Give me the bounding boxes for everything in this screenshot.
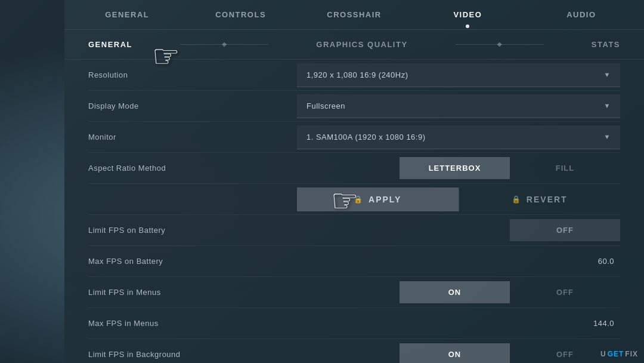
limit-fps-battery-off-btn[interactable]: Off: [510, 219, 620, 241]
aspect-ratio-toggle-group: Letterbox Fill: [400, 157, 620, 179]
max-fps-menus-label: Max FPS in Menus: [88, 319, 297, 328]
apply-revert-row: 🔒 APPLY 🔒 REVERT: [88, 184, 620, 215]
limit-fps-bg-control: On Off: [297, 343, 620, 363]
limit-fps-menus-control: On Off: [297, 281, 620, 303]
monitor-label: Monitor: [88, 133, 297, 141]
revert-button[interactable]: 🔒 REVERT: [459, 187, 621, 211]
resolution-dropdown[interactable]: 1,920 x 1,080 16:9 (240Hz) ▼: [297, 63, 620, 87]
revert-label: REVERT: [527, 195, 568, 204]
resolution-value: 1,920 x 1,080 16:9 (240Hz): [306, 70, 408, 79]
resolution-arrow-icon: ▼: [604, 71, 611, 78]
limit-fps-bg-on-btn[interactable]: On: [400, 343, 510, 363]
display-mode-dropdown[interactable]: Fullscreen ▼: [297, 94, 620, 118]
limit-fps-menus-row: Limit FPS in Menus On Off: [88, 277, 620, 308]
subnav-graphics-quality[interactable]: GRAPHICS QUALITY: [316, 31, 407, 58]
max-fps-battery-row: Max FPS on Battery 60.0: [88, 246, 620, 277]
apply-button[interactable]: 🔒 APPLY: [297, 187, 459, 211]
display-mode-arrow-icon: ▼: [604, 102, 611, 109]
display-mode-control: Fullscreen ▼: [297, 94, 620, 118]
main-panel: GENERAL CONTROLS CROSSHAIR VIDEO AUDIO G…: [64, 0, 644, 363]
monitor-row: Monitor 1. SAM100A (1920 x 1080 16:9) ▼: [88, 122, 620, 153]
aspect-ratio-control: Letterbox Fill: [297, 157, 620, 179]
watermark: U GET FIX: [600, 350, 638, 358]
nav-audio[interactable]: AUDIO: [525, 1, 638, 28]
apply-label: APPLY: [369, 195, 401, 204]
display-mode-value: Fullscreen: [306, 101, 345, 110]
limit-fps-bg-toggle-group: On Off: [400, 343, 620, 363]
settings-content: Resolution 1,920 x 1,080 16:9 (240Hz) ▼ …: [64, 60, 644, 363]
resolution-row: Resolution 1,920 x 1,080 16:9 (240Hz) ▼: [88, 60, 620, 91]
max-fps-menus-row: Max FPS in Menus 144.0: [88, 308, 620, 339]
max-fps-battery-value: 60.0: [598, 257, 620, 266]
max-fps-menus-control: 144.0: [297, 319, 620, 328]
sub-navigation: GENERAL GRAPHICS QUALITY STATS: [64, 30, 644, 60]
subnav-divider-2: [456, 44, 544, 45]
limit-fps-battery-label: Limit FPS on Battery: [88, 226, 297, 235]
nav-general[interactable]: GENERAL: [70, 1, 184, 28]
limit-fps-menus-label: Limit FPS in Menus: [88, 288, 297, 297]
watermark-u: U: [600, 350, 606, 358]
display-mode-row: Display Mode Fullscreen ▼: [88, 91, 620, 122]
limit-fps-menus-on-btn[interactable]: On: [400, 281, 510, 303]
apply-lock-icon: 🔒: [354, 195, 364, 204]
aspect-ratio-letterbox-btn[interactable]: Letterbox: [400, 157, 510, 179]
display-mode-label: Display Mode: [88, 101, 297, 110]
limit-fps-bg-row: Limit FPS in Background On Off: [88, 339, 620, 363]
max-fps-menus-value: 144.0: [593, 319, 620, 328]
max-fps-battery-control: 60.0: [297, 257, 620, 266]
resolution-control: 1,920 x 1,080 16:9 (240Hz) ▼: [297, 63, 620, 87]
monitor-arrow-icon: ▼: [604, 133, 611, 140]
limit-fps-battery-row: Limit FPS on Battery Off: [88, 215, 620, 246]
nav-crosshair[interactable]: CROSSHAIR: [298, 1, 411, 28]
max-fps-battery-label: Max FPS on Battery: [88, 257, 297, 266]
nav-video[interactable]: VIDEO: [411, 1, 524, 28]
limit-fps-menus-off-btn[interactable]: Off: [510, 281, 620, 303]
resolution-label: Resolution: [88, 70, 297, 79]
revert-lock-icon: 🔒: [512, 195, 522, 204]
aspect-ratio-label: Aspect Ratio Method: [88, 164, 297, 173]
limit-fps-battery-control: Off: [297, 219, 620, 241]
watermark-fix: FIX: [625, 350, 638, 358]
monitor-control: 1. SAM100A (1920 x 1080 16:9) ▼: [297, 125, 620, 149]
watermark-get: GET: [608, 350, 624, 358]
aspect-ratio-row: Aspect Ratio Method Letterbox Fill: [88, 153, 620, 184]
limit-fps-menus-toggle-group: On Off: [400, 281, 620, 303]
top-navigation: GENERAL CONTROLS CROSSHAIR VIDEO AUDIO: [64, 0, 644, 30]
subnav-stats[interactable]: STATS: [592, 31, 620, 58]
aspect-ratio-fill-btn[interactable]: Fill: [510, 157, 620, 179]
nav-controls[interactable]: CONTROLS: [184, 1, 297, 28]
subnav-divider-1: [180, 44, 268, 45]
apply-revert-control: 🔒 APPLY 🔒 REVERT: [297, 187, 620, 211]
limit-fps-bg-label: Limit FPS in Background: [88, 350, 297, 359]
monitor-dropdown[interactable]: 1. SAM100A (1920 x 1080 16:9) ▼: [297, 125, 620, 149]
subnav-general[interactable]: GENERAL: [88, 31, 132, 58]
monitor-value: 1. SAM100A (1920 x 1080 16:9): [306, 133, 426, 141]
action-buttons-group: 🔒 APPLY 🔒 REVERT: [297, 187, 620, 211]
